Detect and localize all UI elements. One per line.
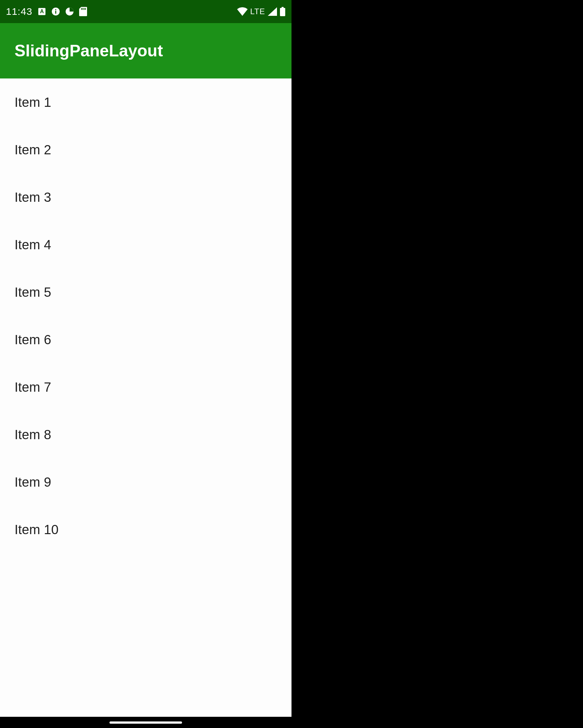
status-left-tray: 11:43 A bbox=[6, 6, 87, 17]
list-item[interactable]: Item 9 bbox=[0, 458, 292, 506]
list-item-label: Item 1 bbox=[15, 95, 51, 110]
list-item[interactable]: Item 10 bbox=[0, 506, 292, 553]
list-item[interactable]: Item 1 bbox=[0, 78, 292, 126]
list-item-label: Item 3 bbox=[15, 190, 51, 205]
svg-text:A: A bbox=[40, 8, 44, 14]
svg-rect-9 bbox=[85, 8, 86, 10]
screen-canvas: 11:43 A LTE bbox=[0, 0, 583, 728]
svg-rect-3 bbox=[55, 11, 56, 14]
svg-rect-4 bbox=[55, 9, 56, 10]
info-icon bbox=[51, 7, 60, 16]
wifi-icon bbox=[237, 7, 248, 16]
svg-rect-6 bbox=[81, 8, 82, 10]
cell-signal-icon bbox=[268, 7, 277, 16]
list-item[interactable]: Item 3 bbox=[0, 174, 292, 221]
list-item-label: Item 10 bbox=[15, 522, 58, 537]
list-item-label: Item 6 bbox=[15, 332, 51, 347]
left-pane: 11:43 A LTE bbox=[0, 0, 292, 717]
app-bar: SlidingPaneLayout bbox=[0, 23, 292, 78]
gesture-nav-bar[interactable] bbox=[0, 717, 292, 728]
svg-rect-10 bbox=[282, 7, 284, 8]
pie-p-icon bbox=[65, 7, 74, 16]
status-clock: 11:43 bbox=[6, 6, 32, 17]
list-item[interactable]: Item 8 bbox=[0, 411, 292, 458]
sd-card-icon bbox=[79, 7, 87, 16]
list-item-label: Item 7 bbox=[15, 380, 51, 395]
list-item-label: Item 8 bbox=[15, 427, 51, 442]
svg-rect-11 bbox=[280, 8, 285, 16]
network-label: LTE bbox=[250, 7, 265, 16]
list-item[interactable]: Item 5 bbox=[0, 268, 292, 316]
list-item-label: Item 9 bbox=[15, 475, 51, 490]
gesture-handle[interactable] bbox=[109, 721, 182, 724]
list-item-label: Item 4 bbox=[15, 237, 51, 252]
list-item[interactable]: Item 2 bbox=[0, 126, 292, 174]
list-item[interactable]: Item 4 bbox=[0, 221, 292, 268]
svg-rect-7 bbox=[82, 8, 83, 10]
battery-icon bbox=[280, 7, 285, 16]
list-item[interactable]: Item 6 bbox=[0, 316, 292, 363]
item-list[interactable]: Item 1Item 2Item 3Item 4Item 5Item 6Item… bbox=[0, 78, 292, 717]
list-item-label: Item 2 bbox=[15, 142, 51, 157]
keyboard-a-icon: A bbox=[37, 7, 46, 16]
list-item-label: Item 5 bbox=[15, 285, 51, 300]
status-bar: 11:43 A LTE bbox=[0, 0, 292, 23]
list-item[interactable]: Item 7 bbox=[0, 363, 292, 411]
svg-rect-8 bbox=[84, 8, 84, 10]
status-right-tray: LTE bbox=[237, 7, 285, 16]
page-title: SlidingPaneLayout bbox=[15, 41, 163, 60]
